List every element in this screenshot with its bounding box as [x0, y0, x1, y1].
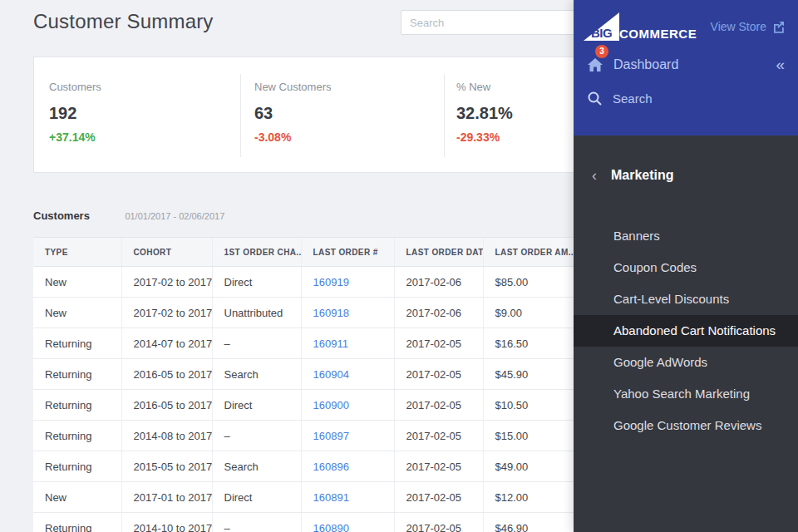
marketing-menu: Banners Coupon Codes Cart-Level Discount… [574, 220, 798, 441]
dashboard-label: Dashboard [613, 57, 678, 72]
sidebar-item-dashboard[interactable]: 3 Dashboard « [574, 48, 798, 81]
sidebar-item-search[interactable]: Search [574, 81, 798, 115]
menu-item-coupon-codes[interactable]: Coupon Codes [574, 252, 798, 283]
order-link[interactable]: 160896 [313, 461, 349, 473]
sidebar: BIG COMMERCE View Store 3 Dashboard « [574, 0, 798, 532]
order-link[interactable]: 160918 [313, 307, 349, 319]
external-link-icon [772, 21, 785, 33]
back-chevron-icon[interactable]: ‹ [592, 167, 597, 184]
stat-divider [240, 74, 241, 157]
menu-item-yahoo-search-marketing[interactable]: Yahoo Search Marketing [574, 378, 798, 410]
stat-delta: -3.08% [254, 131, 331, 144]
stat-value: 32.81% [456, 104, 513, 123]
order-link[interactable]: 160891 [313, 491, 349, 504]
customers-section-header: Customers 01/01/2017 - 02/06/2017 [33, 208, 224, 223]
stat-divider [444, 74, 445, 157]
order-link[interactable]: 160904 [313, 368, 349, 381]
order-link[interactable]: 160897 [313, 430, 349, 442]
date-range: 01/01/2017 - 02/06/2017 [125, 211, 224, 221]
bigcommerce-logo[interactable]: BIG COMMERCE [584, 12, 697, 41]
order-link[interactable]: 160890 [313, 522, 349, 532]
order-link[interactable]: 160919 [313, 276, 349, 288]
menu-item-google-adwords[interactable]: Google AdWords [574, 347, 798, 378]
page-title: Customer Summary [33, 10, 214, 33]
stat-new-customers: New Customers 63 -3.08% [254, 57, 331, 144]
collapse-sidebar-icon[interactable]: « [776, 57, 785, 72]
stat-delta: +37.14% [49, 131, 101, 144]
stat-customers: Customers 192 +37.14% [49, 57, 101, 144]
marketing-section-header: ‹ Marketing [574, 135, 798, 184]
menu-item-abandoned-cart-notifications[interactable]: Abandoned Cart Notifications [574, 315, 798, 347]
stat-percent-new: % New 32.81% -29.33% [456, 57, 513, 144]
order-link[interactable]: 160900 [313, 399, 349, 411]
section-title: Customers [33, 209, 90, 222]
view-store-link[interactable]: View Store [711, 20, 785, 33]
column-header-last-order-number[interactable]: LAST ORDER # [301, 238, 394, 267]
marketing-title: Marketing [611, 168, 674, 183]
stat-value: 192 [49, 104, 101, 123]
home-icon [587, 57, 603, 72]
stat-label: % New [456, 81, 513, 93]
stat-value: 63 [254, 104, 331, 123]
menu-item-google-customer-reviews[interactable]: Google Customer Reviews [574, 410, 798, 441]
stat-label: New Customers [254, 81, 331, 93]
column-header-cohort[interactable]: COHORT [121, 238, 212, 267]
logo-text-commerce: COMMERCE [619, 27, 697, 41]
search-label: Search [613, 91, 653, 106]
column-header-type[interactable]: TYPE [33, 238, 121, 267]
stat-label: Customers [49, 81, 101, 93]
notification-badge: 3 [595, 45, 608, 58]
stat-delta: -29.33% [456, 131, 513, 144]
menu-item-banners[interactable]: Banners [574, 220, 798, 252]
logo-text-big: BIG [591, 26, 612, 40]
sidebar-header: BIG COMMERCE View Store 3 Dashboard « [574, 0, 798, 135]
column-header-first-order-channel[interactable]: 1ST ORDER CHA... [212, 238, 301, 267]
search-icon [587, 91, 603, 106]
menu-item-cart-level-discounts[interactable]: Cart-Level Discounts [574, 283, 798, 315]
column-header-last-order-date[interactable]: LAST ORDER DATE [394, 238, 483, 267]
order-link[interactable]: 160911 [313, 337, 348, 350]
